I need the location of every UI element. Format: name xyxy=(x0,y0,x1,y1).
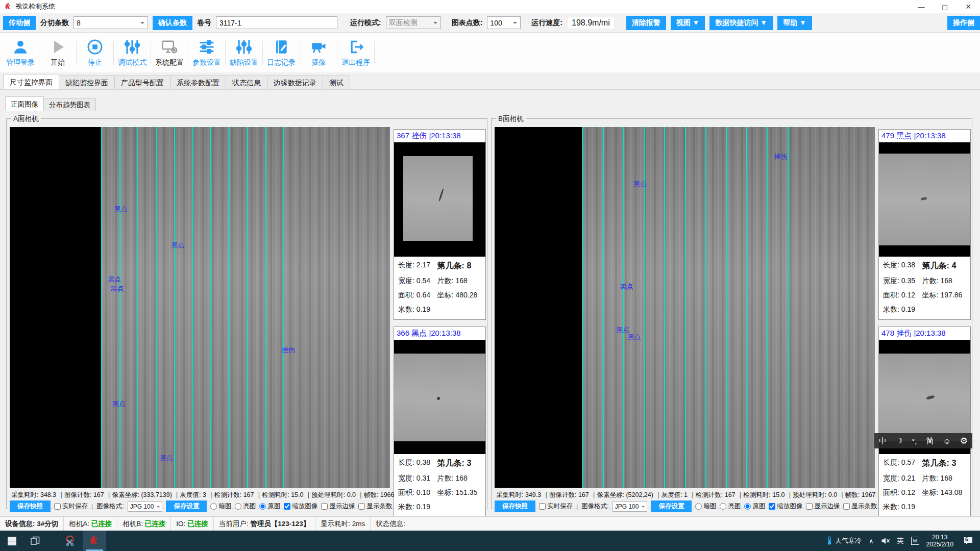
tab-edge-data[interactable]: 边缘数据记录 xyxy=(267,76,323,89)
debug-mode-button[interactable]: 调试模式 xyxy=(114,38,151,67)
zoom-image-checkbox[interactable]: 缩放图像 xyxy=(769,502,802,511)
save-snapshot-button[interactable]: 保存快照 xyxy=(10,500,51,512)
ime-simplified-mode[interactable]: 简 xyxy=(926,436,934,446)
slit-count-select[interactable]: 8 xyxy=(74,16,148,29)
ime-halfwidth-icon[interactable]: ☽ xyxy=(896,436,902,445)
drive-side-button[interactable]: 传动侧 xyxy=(3,16,36,30)
defect-label: 黑点 xyxy=(633,180,647,189)
weather-widget[interactable]: 天气寒冷 xyxy=(826,536,862,546)
strip-line xyxy=(788,127,789,488)
clear-alarm-button[interactable]: 清除报警 xyxy=(626,16,666,30)
camera-b-defect-list: 479 黑点 |20:13:38 长度: 0.38 第几条: 4 宽度: 0.3… xyxy=(878,129,971,524)
dark-image-radio[interactable]: 暗图 xyxy=(695,502,716,511)
system-config-button[interactable]: 系统配置 xyxy=(151,38,188,67)
defect-card-header: 367 挫伤 |20:13:38 xyxy=(394,130,485,142)
defect-card[interactable]: 479 黑点 |20:13:38 长度: 0.38 第几条: 4 宽度: 0.3… xyxy=(878,129,971,320)
ime-settings-icon[interactable]: ⚙ xyxy=(960,436,968,446)
strip-line xyxy=(101,127,102,488)
show-strips-checkbox[interactable]: 显示条数 xyxy=(358,502,392,511)
strip-line xyxy=(726,127,727,488)
exit-program-button[interactable]: 退出程序 xyxy=(337,38,374,67)
task-view-button[interactable] xyxy=(23,531,47,551)
roll-number-input[interactable] xyxy=(216,16,337,29)
save-settings-button[interactable]: 保存设置 xyxy=(166,500,207,512)
save-snapshot-button[interactable]: 保存快照 xyxy=(495,500,535,512)
dark-image-radio[interactable]: 暗图 xyxy=(210,502,231,511)
confirm-count-button[interactable]: 确认条数 xyxy=(153,16,192,30)
log-record-button[interactable]: 日志记录 xyxy=(263,38,300,67)
tab-size-monitor[interactable]: 尺寸监控界面 xyxy=(3,74,59,89)
clock[interactable]: 20:13 2025/2/10 xyxy=(926,534,953,548)
bright-image-radio[interactable]: 亮图 xyxy=(720,502,741,511)
view-menu-button[interactable]: 视图 ▼ xyxy=(671,16,705,30)
data-quick-access-button[interactable]: 数据快捷访问 ▼ xyxy=(709,16,773,30)
tab-system-params[interactable]: 系统参数配置 xyxy=(170,76,226,89)
camera-b-connection: 相机B: 已连接 xyxy=(117,519,170,529)
defect-label: 挫伤 xyxy=(282,345,295,355)
slit-count-label: 分切条数 xyxy=(40,18,69,28)
tab-defect-monitor[interactable]: 缺陷监控界面 xyxy=(59,76,115,89)
save-settings-button[interactable]: 保存设置 xyxy=(651,500,692,512)
defect-label: 黑点 xyxy=(628,333,641,342)
show-edge-checkbox[interactable]: 显示边缘 xyxy=(806,502,840,511)
help-menu-button[interactable]: 帮助 ▼ xyxy=(777,16,812,30)
show-strips-checkbox[interactable]: 显示条数 xyxy=(843,502,877,511)
original-image-radio[interactable]: 原图 xyxy=(744,502,765,511)
image-format-select[interactable]: JPG 100 xyxy=(612,502,648,512)
subtab-trend-chart[interactable]: 分布趋势图表 xyxy=(43,98,96,111)
capture-button[interactable]: 摄像 xyxy=(300,38,337,67)
material-band xyxy=(101,127,390,488)
defect-card[interactable]: 478 挫伤 |20:13:38 长度: 0.57 第几条: 3 宽度: 0.2… xyxy=(878,327,971,517)
camera-a-controls: 保存快照 实时保存 | 图像格式: JPG 100 保存设置 暗图 亮图 原图 … xyxy=(10,500,392,512)
original-image-radio[interactable]: 原图 xyxy=(259,502,280,511)
param-settings-button[interactable]: 参数设置 xyxy=(188,38,225,67)
defect-card[interactable]: 366 黑点 |20:13:38 长度: 0.38 第几条: 3 宽度: 0.3… xyxy=(394,327,486,517)
operator-side-button[interactable]: 操作侧 xyxy=(947,16,980,30)
thermometer-icon xyxy=(826,536,833,546)
realtime-save-checkbox[interactable]: 实时保存 xyxy=(539,502,573,511)
ime-language-indicator[interactable]: 英 xyxy=(897,536,904,545)
divider xyxy=(374,41,375,65)
app-logo-icon xyxy=(4,3,12,11)
login-button[interactable]: 管理登录 xyxy=(2,38,39,67)
bright-image-radio[interactable]: 亮图 xyxy=(235,502,256,511)
zoom-image-checkbox[interactable]: 缩放图像 xyxy=(284,502,317,511)
minimize-button[interactable]: — xyxy=(910,0,933,13)
defect-label: 黑点 xyxy=(112,399,126,409)
inspection-app-icon[interactable] xyxy=(83,531,106,551)
realtime-save-checkbox[interactable]: 实时保存 xyxy=(54,502,88,511)
chart-points-select[interactable]: 100 xyxy=(487,16,521,29)
video-camera-icon xyxy=(310,38,327,56)
show-edge-checkbox[interactable]: 显示边缘 xyxy=(321,502,355,511)
volume-muted-icon[interactable] xyxy=(881,537,890,545)
maximize-button[interactable]: ▢ xyxy=(933,0,957,13)
app-status-bar: 设备信息: 3#分切 相机A: 已连接 相机B: 已连接 IO: 已连接 当前用… xyxy=(0,516,980,531)
tab-test[interactable]: 测试 xyxy=(323,76,350,89)
start-button[interactable]: 开始 xyxy=(39,38,76,67)
defect-settings-button[interactable]: 缺陷设置 xyxy=(226,38,262,67)
display-time: 显示耗时: 2ms xyxy=(315,519,370,529)
close-button[interactable]: ✕ xyxy=(957,0,980,13)
stop-button[interactable]: 停止 xyxy=(77,38,113,67)
ime-lang-mode[interactable]: 中 xyxy=(879,436,887,446)
tab-status-info[interactable]: 状态信息 xyxy=(226,76,267,89)
snipping-tool-icon[interactable] xyxy=(59,531,83,551)
image-format-label: 图像格式: xyxy=(581,502,608,511)
tab-product-model[interactable]: 产品型号配置 xyxy=(114,76,170,89)
start-button[interactable] xyxy=(0,531,23,551)
strip-line xyxy=(664,127,665,488)
ime-emoji-icon[interactable]: ☺ xyxy=(943,437,950,445)
strip-line xyxy=(119,127,120,488)
strip-line xyxy=(156,127,157,488)
run-mode-select[interactable]: 双面检测 xyxy=(386,16,441,29)
defect-thumbnail xyxy=(394,340,485,454)
ime-mode-icon[interactable]: M xyxy=(911,537,919,545)
defect-card[interactable]: 367 挫伤 |20:13:38 长度: 2.17 第几条: 8 宽度: 0.5… xyxy=(394,129,486,320)
image-format-select[interactable]: JPG 100 xyxy=(128,502,163,512)
subtab-front-image[interactable]: 正面图像 xyxy=(5,96,44,111)
notification-center-icon[interactable]: 6 xyxy=(961,536,976,545)
strip-line xyxy=(210,127,211,488)
tray-expand-icon[interactable]: ∧ xyxy=(869,537,874,545)
windows-taskbar: 天气寒冷 ∧ 英 M 20:13 2025/2/10 6 xyxy=(0,531,980,551)
ime-punctuation-icon[interactable]: °, xyxy=(912,437,917,445)
